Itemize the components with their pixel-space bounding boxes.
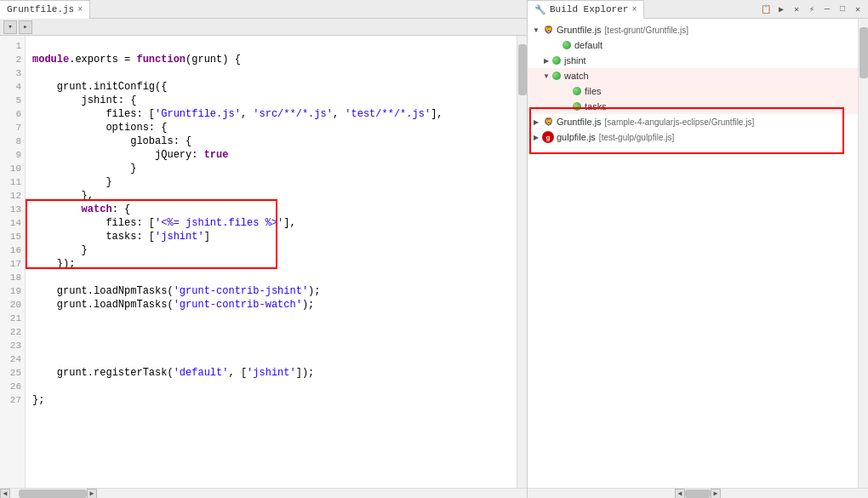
maximize-icon[interactable]: □ <box>836 3 849 16</box>
editor-toolbar: ▾ ▸ <box>0 19 527 36</box>
explorer-scroll-left-arrow[interactable]: ◀ <box>675 489 685 499</box>
tree-item-watch[interactable]: ▼ watch <box>528 68 858 83</box>
explorer-panel: 🔧 Build Explorer × 📋 ▶ ✕ ⚡ — □ ✕ ▼ 🦁 <box>528 0 868 498</box>
stop-icon[interactable]: ✕ <box>790 3 803 16</box>
gruntfile1-grunt-icon: 🦁 <box>542 24 554 36</box>
expand-default-icon <box>551 40 562 50</box>
tree-item-tasks[interactable]: tasks <box>528 99 858 114</box>
editor-tab-gruntfile[interactable]: Gruntfile.js × <box>0 0 90 19</box>
explorer-tab-bar: 🔧 Build Explorer × 📋 ▶ ✕ ⚡ — □ ✕ <box>528 0 868 19</box>
jshint-label: jshint <box>564 55 586 66</box>
explorer-scroll-right-arrow[interactable]: ▶ <box>711 489 721 499</box>
explorer-content: ▼ 🦁 Gruntfile.js [test-grunt/Gruntfile.j… <box>528 19 868 488</box>
scroll-left-arrow[interactable]: ◀ <box>0 489 10 499</box>
expand-tasks-icon <box>562 101 572 112</box>
expand-all-button[interactable]: ▸ <box>19 20 32 34</box>
explorer-h-scrollbar-thumb[interactable] <box>685 489 711 498</box>
tree-item-gruntfile2[interactable]: ▶ 🦁 Gruntfile.js [sample-4-angularjs-ecl… <box>528 114 858 129</box>
files-status-icon <box>573 87 581 95</box>
gruntfile2-grunt-icon: 🦁 <box>542 116 554 128</box>
explorer-tab-close-icon[interactable]: × <box>631 5 637 14</box>
collapse-all-button[interactable]: ▾ <box>3 20 17 34</box>
files-label: files <box>585 86 602 96</box>
tasks-status-icon <box>573 102 581 111</box>
editor-h-scrollbar-thumb[interactable] <box>19 489 87 498</box>
refresh-icon[interactable]: ⚡ <box>805 3 819 16</box>
editor-tab-close-icon[interactable]: × <box>77 5 83 14</box>
editor-content: 1234 5678 9101112 13141516 17181920 2122… <box>0 36 527 488</box>
gulpfile-icon: g <box>542 131 554 143</box>
editor-tab-bar: Gruntfile.js × <box>0 0 527 19</box>
gulpfile-label: gulpfile.js <box>557 132 596 142</box>
editor-horizontal-scrollbar[interactable]: ◀ ▶ <box>0 488 527 498</box>
tree-item-default[interactable]: default <box>528 37 858 53</box>
editor-tab-label: Gruntfile.js <box>7 4 74 14</box>
watch-label: watch <box>564 71 589 81</box>
expand-watch-icon[interactable]: ▼ <box>541 71 551 81</box>
expand-gulpfile-icon[interactable]: ▶ <box>531 132 541 142</box>
close-panel-icon[interactable]: ✕ <box>851 3 865 16</box>
run-icon[interactable]: ▶ <box>774 3 788 16</box>
explorer-tab-icons: 📋 ▶ ✕ ⚡ — □ ✕ <box>759 3 868 16</box>
default-label: default <box>574 40 602 50</box>
explorer-tab[interactable]: 🔧 Build Explorer × <box>528 0 644 19</box>
watch-status-icon <box>552 72 561 80</box>
explorer-tab-label: Build Explorer <box>550 4 628 14</box>
copy-icon[interactable]: 📋 <box>759 3 773 16</box>
gruntfile1-sublabel: [test-grunt/Gruntfile.js] <box>605 26 688 35</box>
explorer-scrollbar-thumb[interactable] <box>859 27 868 78</box>
editor-vertical-scrollbar[interactable] <box>517 36 527 488</box>
tree-item-jshint[interactable]: ▶ jshint <box>528 53 858 68</box>
expand-files-icon <box>562 86 572 96</box>
gruntfile1-label: Gruntfile.js <box>557 25 602 35</box>
tree-item-gruntfile1[interactable]: ▼ 🦁 Gruntfile.js [test-grunt/Gruntfile.j… <box>528 22 858 37</box>
tree-area: ▼ 🦁 Gruntfile.js [test-grunt/Gruntfile.j… <box>528 19 858 488</box>
minimize-icon[interactable]: — <box>820 3 834 16</box>
editor-panel: Gruntfile.js × ▾ ▸ 1234 5678 9101112 131… <box>0 0 528 498</box>
expand-gruntfile2-icon[interactable]: ▶ <box>531 117 541 127</box>
explorer-horizontal-scrollbar[interactable]: ◀ ▶ <box>528 488 868 498</box>
gulpfile-sublabel: [test-gulp/gulpfile.js] <box>599 133 674 142</box>
tasks-label: tasks <box>585 101 607 112</box>
gruntfile2-label: Gruntfile.js <box>557 117 602 127</box>
expand-jshint-icon[interactable]: ▶ <box>541 55 551 66</box>
editor-scrollbar-thumb[interactable] <box>518 44 527 95</box>
line-numbers: 1234 5678 9101112 13141516 17181920 2122… <box>0 36 26 488</box>
explorer-vertical-scrollbar[interactable] <box>858 19 868 488</box>
tree-item-files[interactable]: files <box>528 83 858 99</box>
scroll-right-arrow[interactable]: ▶ <box>87 489 97 499</box>
gruntfile2-sublabel: [sample-4-angularjs-eclipse/Gruntfile.js… <box>605 117 755 127</box>
main-area: Gruntfile.js × ▾ ▸ 1234 5678 9101112 131… <box>0 0 868 498</box>
code-area: module.exports = function(grunt) { grunt… <box>26 36 517 488</box>
jshint-status-icon <box>552 56 561 65</box>
expand-gruntfile1-icon[interactable]: ▼ <box>531 25 541 35</box>
explorer-tab-icon: 🔧 <box>534 4 546 15</box>
tree-item-gulpfile[interactable]: ▶ g gulpfile.js [test-gulp/gulpfile.js] <box>528 129 858 145</box>
default-status-icon <box>562 41 571 49</box>
